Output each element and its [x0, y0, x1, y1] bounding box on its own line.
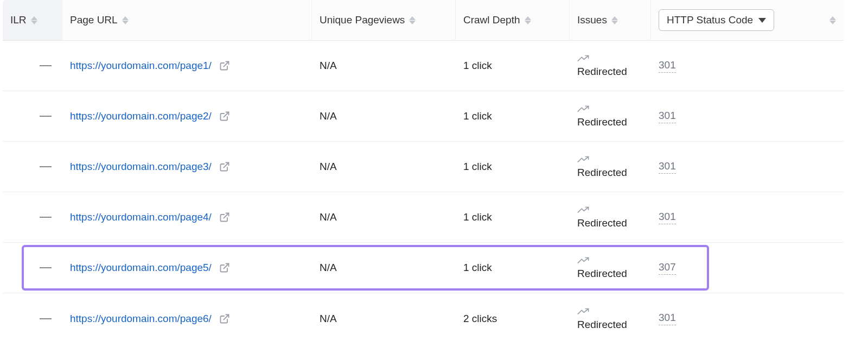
- sort-icon[interactable]: [525, 16, 531, 24]
- page-url-link[interactable]: https://yourdomain.com/page6/: [70, 313, 212, 325]
- http-status-dropdown-label: HTTP Status Code: [667, 14, 753, 26]
- col-header-url-label: Page URL: [70, 14, 118, 26]
- cell-crawl-depth: 1 click: [456, 41, 570, 91]
- cell-url: https://yourdomain.com/page1/: [62, 41, 312, 91]
- page-url-link[interactable]: https://yourdomain.com/page1/: [70, 60, 212, 72]
- cell-issues: Redirected: [570, 192, 651, 242]
- status-code[interactable]: 301: [659, 160, 676, 174]
- cell-url: https://yourdomain.com/page3/: [62, 142, 312, 192]
- cell-unique-pageviews: N/A: [312, 192, 456, 242]
- status-code[interactable]: 301: [659, 312, 676, 325]
- redirect-arrow-icon: [577, 307, 589, 317]
- sort-icon[interactable]: [829, 16, 836, 24]
- ilr-dash-icon: [40, 217, 52, 218]
- svg-line-4: [224, 264, 228, 269]
- external-link-icon[interactable]: [219, 313, 230, 324]
- cell-ilr: [3, 91, 62, 141]
- svg-line-2: [224, 163, 228, 168]
- svg-line-0: [224, 62, 228, 67]
- cell-crawl-depth: 1 click: [456, 91, 570, 141]
- page-url-link[interactable]: https://yourdomain.com/page2/: [70, 110, 212, 122]
- ilr-dash-icon: [40, 267, 52, 268]
- cell-unique-pageviews: N/A: [312, 91, 456, 141]
- issue-label: Redirected: [577, 116, 627, 128]
- col-header-crawl-depth[interactable]: Crawl Depth: [456, 0, 570, 40]
- cell-issues: Redirected: [570, 41, 651, 91]
- external-link-icon[interactable]: [219, 111, 230, 122]
- cell-unique-pageviews: N/A: [312, 243, 456, 293]
- cell-unique-pageviews: N/A: [312, 142, 456, 192]
- page-url-link[interactable]: https://yourdomain.com/page5/: [70, 262, 212, 274]
- cell-crawl-depth: 1 click: [456, 142, 570, 192]
- cell-unique-pageviews: N/A: [312, 41, 456, 91]
- svg-line-5: [224, 314, 228, 319]
- col-header-crawl-depth-label: Crawl Depth: [463, 14, 520, 26]
- ilr-dash-icon: [40, 65, 52, 66]
- sort-icon[interactable]: [31, 16, 37, 24]
- issue-label: Redirected: [577, 319, 627, 331]
- cell-http-status: 301: [651, 41, 844, 91]
- cell-crawl-depth: 1 click: [456, 243, 570, 293]
- chevron-down-icon: [758, 18, 766, 23]
- svg-line-1: [224, 112, 228, 117]
- cell-issues: Redirected: [570, 293, 651, 344]
- cell-url: https://yourdomain.com/page2/: [62, 91, 312, 141]
- cell-ilr: [3, 41, 62, 91]
- cell-http-status: 301: [651, 192, 844, 242]
- col-header-url[interactable]: Page URL: [62, 0, 312, 40]
- issue-label: Redirected: [577, 268, 627, 280]
- status-code[interactable]: 307: [659, 261, 676, 275]
- page-url-link[interactable]: https://yourdomain.com/page4/: [70, 211, 212, 223]
- cell-url: https://yourdomain.com/page6/: [62, 293, 312, 344]
- redirect-arrow-icon: [577, 104, 589, 114]
- cell-ilr: [3, 243, 62, 293]
- table-row: https://yourdomain.com/page6/ N/A 2 clic…: [3, 293, 844, 344]
- sort-icon[interactable]: [122, 16, 129, 24]
- svg-line-3: [224, 213, 228, 218]
- cell-crawl-depth: 2 clicks: [456, 293, 570, 344]
- col-header-issues[interactable]: Issues: [570, 0, 651, 40]
- table-row: https://yourdomain.com/page5/ N/A 1 clic…: [3, 243, 844, 293]
- cell-ilr: [3, 192, 62, 242]
- cell-ilr: [3, 142, 62, 192]
- status-code[interactable]: 301: [659, 59, 676, 73]
- cell-http-status: 301: [651, 91, 844, 141]
- cell-issues: Redirected: [570, 91, 651, 141]
- col-header-issues-label: Issues: [577, 14, 607, 26]
- table-body: https://yourdomain.com/page1/ N/A 1 clic…: [3, 41, 844, 344]
- status-code[interactable]: 301: [659, 110, 676, 123]
- external-link-icon[interactable]: [219, 161, 230, 172]
- ilr-dash-icon: [40, 116, 52, 117]
- table-row: https://yourdomain.com/page1/ N/A 1 clic…: [3, 41, 844, 91]
- external-link-icon[interactable]: [219, 262, 230, 273]
- issue-label: Redirected: [577, 167, 627, 179]
- cell-issues: Redirected: [570, 243, 651, 293]
- col-header-http-status: HTTP Status Code: [651, 0, 844, 40]
- cell-unique-pageviews: N/A: [312, 293, 456, 344]
- http-status-dropdown[interactable]: HTTP Status Code: [659, 9, 774, 31]
- cell-http-status: 301: [651, 293, 844, 344]
- redirect-arrow-icon: [577, 54, 589, 64]
- redirect-arrow-icon: [577, 256, 589, 266]
- external-link-icon[interactable]: [219, 60, 230, 71]
- col-header-unique-pageviews[interactable]: Unique Pageviews: [312, 0, 456, 40]
- ilr-dash-icon: [40, 318, 52, 319]
- cell-issues: Redirected: [570, 142, 651, 192]
- cell-url: https://yourdomain.com/page4/: [62, 192, 312, 242]
- cell-url: https://yourdomain.com/page5/: [62, 243, 312, 293]
- redirect-arrow-icon: [577, 155, 589, 165]
- page-url-link[interactable]: https://yourdomain.com/page3/: [70, 161, 212, 173]
- sort-icon[interactable]: [409, 16, 416, 24]
- issue-label: Redirected: [577, 217, 627, 229]
- cell-http-status: 301: [651, 142, 844, 192]
- redirect-arrow-icon: [577, 205, 589, 215]
- table-row: https://yourdomain.com/page2/ N/A 1 clic…: [3, 91, 844, 142]
- col-header-ilr[interactable]: ILR: [3, 0, 62, 40]
- external-link-icon[interactable]: [219, 212, 230, 223]
- status-code[interactable]: 301: [659, 211, 676, 224]
- pages-table: ILR Page URL Unique Pageviews Crawl Dept…: [0, 0, 846, 344]
- col-header-unique-pageviews-label: Unique Pageviews: [320, 14, 405, 26]
- cell-ilr: [3, 293, 62, 344]
- table-row: https://yourdomain.com/page3/ N/A 1 clic…: [3, 142, 844, 192]
- sort-icon[interactable]: [611, 16, 618, 24]
